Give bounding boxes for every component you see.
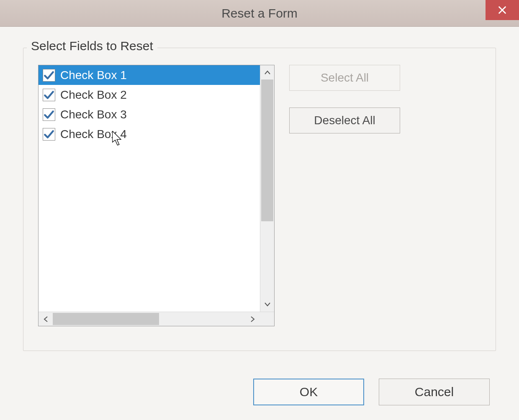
scroll-track-horizontal[interactable]	[53, 312, 246, 326]
footer-buttons: OK Cancel	[253, 379, 490, 405]
content-row: Check Box 1Check Box 2Check Box 3Check B…	[38, 65, 481, 336]
close-button[interactable]	[486, 0, 519, 20]
scrollbar-corner	[260, 312, 274, 326]
dialog-body: Select Fields to Reset Check Box 1Check …	[0, 27, 519, 420]
list-item-label: Check Box 1	[60, 69, 127, 82]
scroll-thumb-horizontal[interactable]	[53, 313, 159, 325]
deselect-all-button[interactable]: Deselect All	[289, 108, 400, 133]
checked-checkbox-icon[interactable]	[43, 89, 55, 101]
side-buttons: Select All Deselect All	[289, 65, 400, 336]
fields-fieldset: Select Fields to Reset Check Box 1Check …	[23, 48, 496, 351]
horizontal-scrollbar[interactable]	[39, 312, 274, 326]
fieldset-legend: Select Fields to Reset	[27, 39, 157, 53]
list-item[interactable]: Check Box 2	[39, 85, 260, 105]
select-all-button[interactable]: Select All	[289, 65, 400, 91]
scroll-left-icon[interactable]	[39, 312, 53, 326]
scroll-track-vertical[interactable]	[260, 79, 274, 297]
list-item[interactable]: Check Box 3	[39, 105, 260, 124]
scroll-right-icon[interactable]	[246, 312, 260, 326]
list-item-label: Check Box 2	[60, 88, 127, 102]
vertical-scrollbar[interactable]	[260, 65, 274, 312]
list-item-label: Check Box 3	[60, 108, 127, 121]
checked-checkbox-icon[interactable]	[43, 69, 55, 82]
list-item[interactable]: Check Box 4	[39, 124, 260, 144]
scroll-up-icon[interactable]	[260, 65, 274, 79]
checked-checkbox-icon[interactable]	[43, 128, 55, 141]
fields-listbox[interactable]: Check Box 1Check Box 2Check Box 3Check B…	[38, 65, 275, 326]
ok-button[interactable]: OK	[253, 379, 364, 405]
list-item[interactable]: Check Box 1	[39, 65, 260, 85]
titlebar: Reset a Form	[0, 0, 519, 27]
close-icon	[498, 5, 507, 15]
list-item-label: Check Box 4	[60, 128, 127, 141]
checked-checkbox-icon[interactable]	[43, 108, 55, 121]
dialog-title: Reset a Form	[221, 6, 298, 20]
scroll-thumb-vertical[interactable]	[261, 79, 273, 221]
scroll-down-icon[interactable]	[260, 297, 274, 312]
cancel-button[interactable]: Cancel	[379, 379, 490, 405]
